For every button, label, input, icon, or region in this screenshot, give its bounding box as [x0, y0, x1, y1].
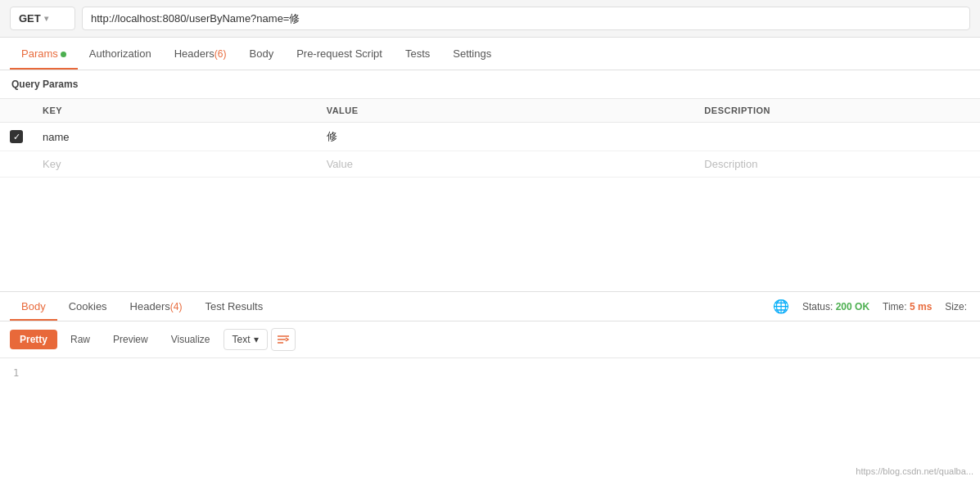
table-row: ✓ name 修 — [0, 123, 980, 151]
key-placeholder: Key — [43, 158, 61, 170]
row-key-cell[interactable]: name — [33, 123, 317, 151]
method-select[interactable]: GET ▾ — [10, 7, 75, 30]
col-description: DESCRIPTION — [694, 99, 980, 123]
desc-placeholder: Description — [704, 158, 757, 170]
placeholder-key-cell[interactable]: Key — [33, 151, 317, 178]
top-tab-bar: Params Authorization Headers(6) Body Pre… — [0, 38, 980, 70]
placeholder-value-cell[interactable]: Value — [317, 151, 695, 178]
placeholder-row: Key Value Description — [0, 151, 980, 178]
col-key: KEY — [33, 99, 317, 123]
placeholder-checkbox-cell — [0, 151, 33, 178]
url-input[interactable] — [82, 7, 970, 30]
response-tab-headers[interactable]: Headers(4) — [119, 292, 194, 321]
tab-params[interactable]: Params — [10, 38, 78, 70]
wrap-button[interactable] — [271, 328, 296, 351]
status-value: 200 OK — [836, 301, 869, 312]
checkbox-checked[interactable]: ✓ — [10, 130, 23, 143]
code-area: 1 — [0, 358, 980, 387]
method-chevron: ▾ — [44, 14, 48, 23]
col-value: VALUE — [317, 99, 695, 123]
row-checkbox-cell[interactable]: ✓ — [0, 123, 33, 151]
col-check — [0, 99, 33, 123]
preview-button[interactable]: Preview — [103, 330, 158, 349]
url-bar: GET ▾ — [0, 0, 980, 38]
response-tab-bar: Body Cookies Headers(4) Test Results 🌐 S… — [0, 292, 980, 321]
pretty-button[interactable]: Pretty — [10, 330, 57, 349]
wrap-icon — [277, 334, 290, 345]
row-value-cell[interactable]: 修 — [317, 123, 695, 151]
response-headers-badge: (4) — [170, 301, 183, 312]
tab-authorization[interactable]: Authorization — [78, 38, 163, 70]
tab-body[interactable]: Body — [238, 38, 286, 70]
tab-headers[interactable]: Headers(6) — [163, 38, 238, 70]
status-label: Status: 200 OK — [802, 301, 869, 312]
response-tab-cookies[interactable]: Cookies — [57, 292, 119, 321]
method-label: GET — [19, 12, 41, 25]
row-desc-cell[interactable] — [694, 123, 980, 151]
visualize-button[interactable]: Visualize — [161, 330, 220, 349]
placeholder-desc-cell[interactable]: Description — [694, 151, 980, 178]
text-dropdown-chevron: ▾ — [254, 334, 259, 345]
format-bar: Pretty Raw Preview Visualize Text ▾ — [0, 321, 980, 358]
response-tab-body[interactable]: Body — [10, 292, 57, 321]
globe-icon: 🌐 — [773, 299, 789, 314]
text-dropdown[interactable]: Text ▾ — [224, 329, 268, 350]
raw-button[interactable]: Raw — [61, 330, 100, 349]
params-table: KEY VALUE DESCRIPTION ✓ name 修 Key — [0, 98, 980, 178]
time-value: 5 ms — [910, 301, 932, 312]
line-number: 1 — [13, 367, 19, 379]
headers-badge: (6) — [215, 48, 227, 60]
tab-settings[interactable]: Settings — [441, 38, 503, 70]
time-label: Time: 5 ms — [883, 301, 932, 312]
size-label: Size: — [945, 301, 967, 312]
tab-tests[interactable]: Tests — [394, 38, 441, 70]
response-tab-test-results[interactable]: Test Results — [193, 292, 274, 321]
response-status-bar: 🌐 Status: 200 OK Time: 5 ms Size: — [773, 299, 970, 314]
value-placeholder: Value — [327, 158, 353, 170]
empty-area — [0, 178, 980, 292]
query-params-label: Query Params — [0, 70, 980, 98]
params-dot — [61, 52, 66, 57]
tab-pre-request[interactable]: Pre-request Script — [285, 38, 394, 70]
